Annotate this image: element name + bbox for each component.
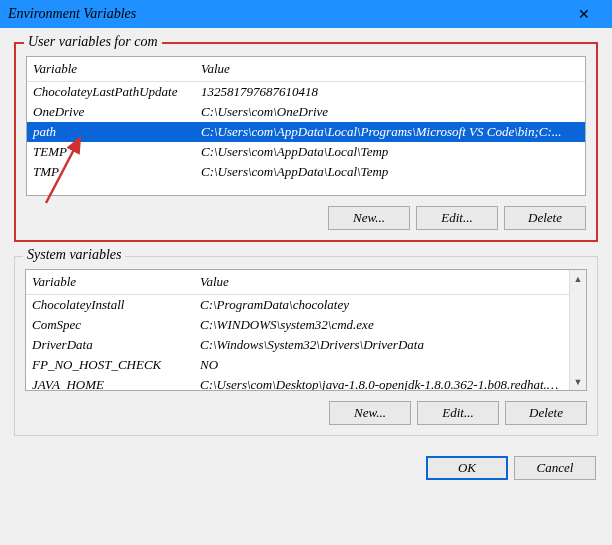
- list-item[interactable]: FP_NO_HOST_CHECK NO: [26, 355, 569, 375]
- close-icon: ✕: [578, 6, 590, 22]
- system-button-row: New... Edit... Delete: [25, 401, 587, 425]
- list-item[interactable]: ChocolateyLastPathUpdate 132581797687610…: [27, 82, 585, 102]
- user-variables-group: User variables for com Variable Value Ch…: [14, 42, 598, 242]
- system-variables-group: System variables Variable Value Chocolat…: [14, 256, 598, 436]
- list-item[interactable]: ChocolateyInstall C:\ProgramData\chocola…: [26, 295, 569, 315]
- list-item[interactable]: OneDrive C:\Users\com\OneDrive: [27, 102, 585, 122]
- column-value[interactable]: Value: [194, 270, 569, 294]
- window-body: User variables for com Variable Value Ch…: [0, 28, 612, 545]
- new-button[interactable]: New...: [329, 401, 411, 425]
- column-variable[interactable]: Variable: [26, 270, 194, 294]
- delete-button[interactable]: Delete: [504, 206, 586, 230]
- scroll-track[interactable]: [570, 287, 586, 373]
- edit-button[interactable]: Edit...: [417, 401, 499, 425]
- list-item[interactable]: JAVA_HOME C:\Users\com\Desktop\java-1.8.…: [26, 375, 569, 390]
- column-variable[interactable]: Variable: [27, 57, 195, 81]
- delete-button[interactable]: Delete: [505, 401, 587, 425]
- list-header: Variable Value: [27, 57, 585, 82]
- list-header: Variable Value: [26, 270, 569, 295]
- system-group-legend: System variables: [23, 247, 125, 263]
- system-variables-list[interactable]: Variable Value ChocolateyInstall C:\Prog…: [25, 269, 587, 391]
- list-item-selected[interactable]: path C:\Users\com\AppData\Local\Programs…: [27, 122, 585, 142]
- list-item[interactable]: ComSpec C:\WINDOWS\system32\cmd.exe: [26, 315, 569, 335]
- cancel-button[interactable]: Cancel: [514, 456, 596, 480]
- edit-button[interactable]: Edit...: [416, 206, 498, 230]
- list-item[interactable]: TEMP C:\Users\com\AppData\Local\Temp: [27, 142, 585, 162]
- scroll-up-icon[interactable]: ▲: [570, 270, 586, 287]
- list-item[interactable]: DriverData C:\Windows\System32\Drivers\D…: [26, 335, 569, 355]
- user-group-legend: User variables for com: [24, 34, 162, 50]
- user-button-row: New... Edit... Delete: [26, 206, 586, 230]
- ok-button[interactable]: OK: [426, 456, 508, 480]
- list-item[interactable]: TMP C:\Users\com\AppData\Local\Temp: [27, 162, 585, 182]
- column-value[interactable]: Value: [195, 57, 585, 81]
- close-button[interactable]: ✕: [564, 0, 604, 28]
- user-variables-list[interactable]: Variable Value ChocolateyLastPathUpdate …: [26, 56, 586, 196]
- footer-button-row: OK Cancel: [14, 450, 598, 480]
- titlebar: Environment Variables ✕: [0, 0, 612, 28]
- scrollbar[interactable]: ▲ ▼: [569, 270, 586, 390]
- scroll-down-icon[interactable]: ▼: [570, 373, 586, 390]
- window-title: Environment Variables: [8, 6, 564, 22]
- new-button[interactable]: New...: [328, 206, 410, 230]
